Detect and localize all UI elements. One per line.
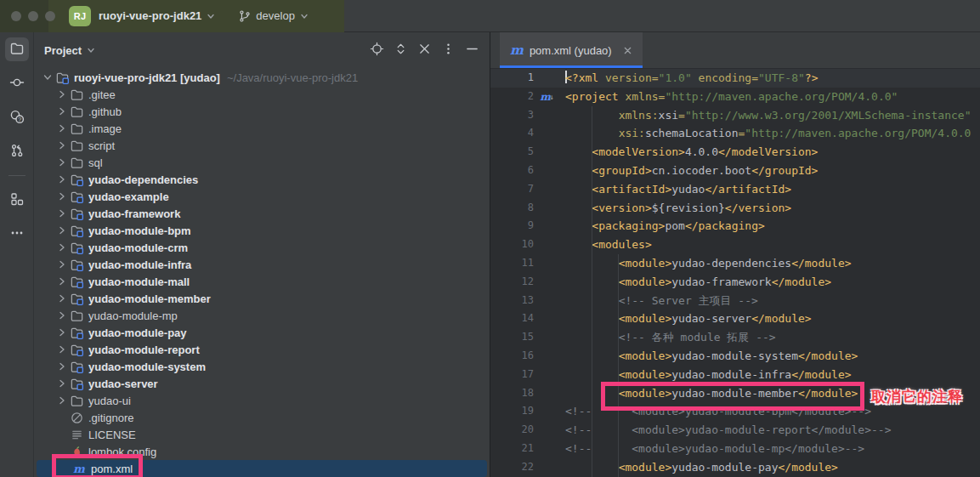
code-line-19[interactable]: 19<!-- <module>yudao-module-bpm</module>…: [490, 402, 980, 421]
tree-item-sql[interactable]: sql: [34, 154, 490, 171]
tree-item-yudao-example[interactable]: yudao-example: [34, 188, 490, 205]
line-number[interactable]: 16: [490, 347, 534, 366]
tree-item-yudao-module-system[interactable]: yudao-module-system: [34, 358, 490, 375]
chevron-right-icon[interactable]: [55, 377, 69, 390]
line-number[interactable]: 22: [490, 458, 534, 477]
maven-gutter-icon[interactable]: m↓: [534, 92, 557, 102]
chevron-right-icon[interactable]: [55, 394, 69, 407]
line-number[interactable]: 12: [490, 273, 534, 292]
window-minimize-button[interactable]: [28, 11, 38, 21]
code-line-6[interactable]: 6 <groupId>cn.iocoder.boot</groupId>: [490, 162, 980, 180]
code-line-9[interactable]: 9 <packaging>pom</packaging>: [490, 217, 980, 236]
chevron-right-icon[interactable]: [55, 326, 69, 339]
line-number[interactable]: 14: [490, 309, 534, 328]
tree-item--gitee[interactable]: .gitee: [34, 86, 490, 103]
tree-item-yudao-module-report[interactable]: yudao-module-report: [34, 341, 490, 358]
code-line-8[interactable]: 8 <version>${revision}</version>: [490, 199, 980, 218]
tree-item-yudao-server[interactable]: yudao-server: [34, 375, 490, 392]
tree-item-lombok-config[interactable]: lombok.config: [34, 443, 490, 460]
line-number[interactable]: 4: [490, 124, 534, 143]
code-line-17[interactable]: 17 <module>yudao-module-infra</module>: [490, 366, 980, 384]
tree-item-script[interactable]: script: [34, 137, 490, 154]
code-line-14[interactable]: 14 <module>yudao-server</module>: [490, 309, 980, 328]
code-line-4[interactable]: 4 xsi:schemaLocation="http://maven.apach…: [490, 124, 980, 143]
tree-item-yudao-framework[interactable]: yudao-framework: [34, 205, 490, 222]
chevron-right-icon[interactable]: [55, 156, 69, 169]
window-close-button[interactable]: [11, 11, 21, 21]
chevron-right-icon[interactable]: [55, 207, 69, 220]
code-line-1[interactable]: 1<?xml version="1.0" encoding="UTF-8"?>: [490, 69, 980, 88]
line-number[interactable]: 18: [490, 384, 534, 403]
tree-item-yudao-module-bpm[interactable]: yudao-module-bpm: [34, 222, 490, 239]
branch-switcher[interactable]: develop: [238, 9, 309, 23]
tool-stripe-commit-button[interactable]: [5, 71, 29, 95]
code-line-7[interactable]: 7 <artifactId>yudao</artifactId>: [490, 180, 980, 199]
tree-item-yudao-dependencies[interactable]: yudao-dependencies: [34, 171, 490, 188]
code-line-2[interactable]: 2m↓<project xmlns="http://maven.apache.o…: [490, 88, 980, 106]
line-number[interactable]: 15: [490, 328, 534, 347]
line-number[interactable]: 17: [490, 366, 534, 384]
tree-item-yudao-module-crm[interactable]: yudao-module-crm: [34, 239, 490, 256]
line-number[interactable]: 8: [490, 199, 534, 218]
tree-item-yudao-ui[interactable]: yudao-ui: [34, 392, 490, 409]
code-line-21[interactable]: 21<!-- <module>yudao-module-mp</module>-…: [490, 440, 980, 458]
tab-close-button[interactable]: [621, 44, 634, 57]
chevron-right-icon[interactable]: [55, 275, 69, 288]
chevron-right-icon[interactable]: [55, 292, 69, 305]
chevron-right-icon[interactable]: [55, 190, 69, 203]
code-line-13[interactable]: 13 <!-- Server 主项目 -->: [490, 292, 980, 310]
line-number[interactable]: 13: [490, 292, 534, 310]
chevron-right-icon[interactable]: [55, 224, 69, 237]
code-editor[interactable]: 1<?xml version="1.0" encoding="UTF-8"?>2…: [490, 68, 980, 477]
line-number[interactable]: 10: [490, 236, 534, 254]
chevron-right-icon[interactable]: [55, 258, 69, 271]
chevron-right-icon[interactable]: [55, 88, 69, 101]
code-line-16[interactable]: 16 <module>yudao-module-system</module>: [490, 347, 980, 366]
locate-button[interactable]: [370, 42, 384, 59]
hide-button[interactable]: [465, 42, 479, 59]
tool-stripe-structure-button[interactable]: [5, 188, 29, 212]
line-number[interactable]: 19: [490, 402, 534, 421]
line-number[interactable]: 20: [490, 421, 534, 440]
tree-item-yudao-module-mall[interactable]: yudao-module-mall: [34, 273, 490, 290]
code-line-10[interactable]: 10 <modules>: [490, 236, 980, 254]
code-line-11[interactable]: 11 <module>yudao-dependencies</module>: [490, 254, 980, 273]
code-line-20[interactable]: 20<!-- <module>yudao-module-report</modu…: [490, 421, 980, 440]
tree-item--gitignore[interactable]: .gitignore: [34, 409, 490, 426]
expand-all-button[interactable]: [394, 42, 408, 59]
chevron-right-icon[interactable]: [55, 139, 69, 152]
project-panel-title-dropdown[interactable]: Project: [44, 44, 96, 57]
line-number[interactable]: 11: [490, 254, 534, 273]
tool-stripe-pull-requests-button[interactable]: [5, 139, 29, 163]
tree-item-yudao-module-infra[interactable]: yudao-module-infra: [34, 256, 490, 273]
tool-stripe-more-tool-windows-button[interactable]: [5, 222, 29, 246]
editor-tab-pom-xml[interactable]: m pom.xml (yudao): [500, 32, 643, 68]
code-line-18[interactable]: 18 <module>yudao-module-member</module>: [490, 384, 980, 403]
chevron-right-icon[interactable]: [55, 241, 69, 254]
project-switcher[interactable]: ruoyi-vue-pro-jdk21: [99, 9, 216, 22]
chevron-right-icon[interactable]: [55, 122, 69, 135]
code-line-15[interactable]: 15 <!-- 各种 module 拓展 -->: [490, 328, 980, 347]
options-button[interactable]: [441, 42, 456, 59]
line-number[interactable]: 1: [490, 69, 534, 88]
code-line-3[interactable]: 3 xmlns:xsi="http://www.w3.org/2001/XMLS…: [490, 106, 980, 125]
line-number[interactable]: 21: [490, 440, 534, 458]
tree-item-yudao-module-member[interactable]: yudao-module-member: [34, 290, 490, 307]
tree-item-yudao-module-mp[interactable]: yudao-module-mp: [34, 307, 490, 324]
collapse-all-button[interactable]: [417, 42, 432, 59]
line-number[interactable]: 3: [490, 106, 534, 125]
line-number[interactable]: 5: [490, 143, 534, 162]
line-number[interactable]: 9: [490, 217, 534, 236]
chevron-right-icon[interactable]: [55, 309, 69, 322]
tree-item--image[interactable]: .image: [34, 120, 490, 137]
code-line-5[interactable]: 5 <modelVersion>4.0.0</modelVersion>: [490, 143, 980, 162]
tree-item-yudao-module-pay[interactable]: yudao-module-pay: [34, 324, 490, 341]
tool-stripe-collaboration-button[interactable]: ?: [5, 105, 29, 129]
chevron-right-icon[interactable]: [55, 105, 69, 118]
tree-item--github[interactable]: .github: [34, 103, 490, 120]
chevron-right-icon[interactable]: [55, 343, 69, 356]
chevron-right-icon[interactable]: [55, 360, 69, 373]
code-line-12[interactable]: 12 <module>yudao-framework</module>: [490, 273, 980, 292]
chevron-down-icon[interactable]: [41, 71, 54, 84]
tree-item-pom-xml[interactable]: mpom.xml: [37, 460, 487, 477]
